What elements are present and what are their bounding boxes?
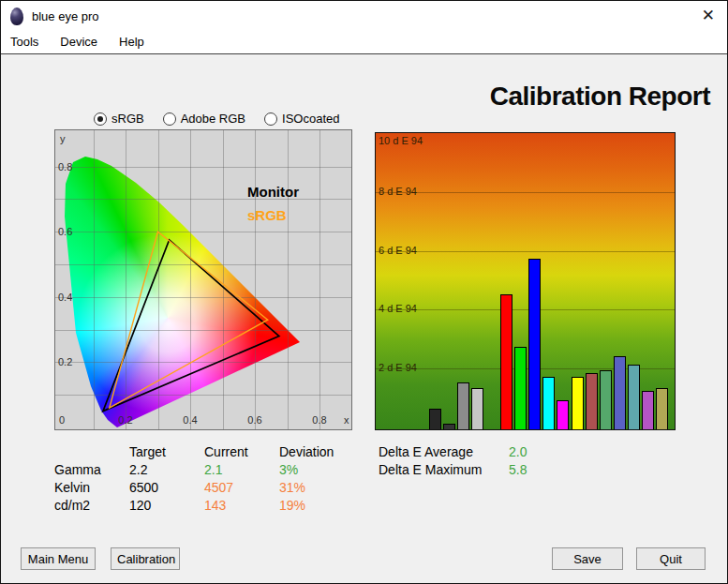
quit-button[interactable]: Quit bbox=[636, 547, 706, 570]
title-bar: blue eye pro ✕ bbox=[1, 1, 727, 32]
grid-line bbox=[376, 251, 675, 252]
bar-green bbox=[514, 347, 527, 429]
gamut-triangle-srgb bbox=[110, 232, 268, 408]
menu-item-tools[interactable]: Tools bbox=[10, 32, 38, 49]
bar-khaki bbox=[656, 388, 668, 429]
gamut-triangles bbox=[55, 130, 351, 429]
y-tick-label: 10 d E 94 bbox=[379, 135, 423, 146]
menu-bar: ToolsDeviceHelp bbox=[1, 32, 727, 54]
y-tick-label: 6 d E 94 bbox=[379, 245, 417, 256]
summary-value: 5.8 bbox=[509, 462, 565, 480]
summary-label: Delta E Average bbox=[379, 444, 509, 462]
menu-item-help[interactable]: Help bbox=[119, 32, 144, 49]
radio-label: ISOcoated bbox=[282, 112, 339, 126]
delta-e-summary: Delta E Average2.0Delta E Maximum5.8 bbox=[379, 444, 565, 480]
save-button[interactable]: Save bbox=[552, 547, 623, 570]
column-header: Current bbox=[204, 444, 279, 462]
calibration-button[interactable]: Calibration bbox=[111, 547, 180, 570]
radio-adobe-rgb[interactable]: Adobe RGB bbox=[163, 112, 245, 126]
app-icon bbox=[10, 7, 23, 25]
radio-isocoated[interactable]: ISOcoated bbox=[264, 112, 339, 126]
bar-sea-green bbox=[600, 370, 612, 429]
bar-red bbox=[500, 294, 513, 429]
target-value: 2.2 bbox=[129, 462, 204, 480]
radio-label: Adobe RGB bbox=[181, 112, 245, 126]
target-value: 6500 bbox=[129, 480, 204, 498]
deviation-value: 3% bbox=[279, 462, 364, 480]
bar-blue bbox=[528, 259, 541, 429]
gamut-triangle-monitor bbox=[103, 240, 279, 412]
column-header: Deviation bbox=[279, 444, 364, 462]
bar-gray bbox=[457, 382, 469, 429]
current-value: 2.1 bbox=[204, 462, 279, 480]
summary-label: Delta E Maximum bbox=[379, 462, 509, 480]
y-tick-label: 2 d E 94 bbox=[379, 362, 417, 373]
deviation-value: 19% bbox=[279, 498, 364, 516]
bar-dark-gray bbox=[429, 409, 441, 429]
main-menu-button[interactable]: Main Menu bbox=[21, 547, 96, 570]
column-header: Target bbox=[129, 444, 204, 462]
deviation-value: 31% bbox=[279, 480, 364, 498]
legend-monitor: Monitor bbox=[247, 184, 299, 200]
radio-circle-icon bbox=[264, 112, 277, 126]
cie-chromaticity-chart: 00.20.40.60.80.20.40.60.8yx Monitor sRGB bbox=[54, 129, 352, 430]
bar-light-gray bbox=[471, 388, 483, 429]
bar-brown bbox=[586, 373, 598, 429]
calibration-results-table: TargetCurrentDeviationGamma2.22.13%Kelvi… bbox=[54, 444, 364, 516]
gamut-radio-group: sRGBAdobe RGBISOcoated bbox=[94, 112, 339, 126]
legend-srgb: sRGB bbox=[247, 207, 287, 223]
delta-e-bar-chart: 10 d E 948 d E 946 d E 944 d E 942 d E 9… bbox=[375, 132, 676, 430]
target-value: 120 bbox=[129, 498, 204, 516]
bar-cyan bbox=[542, 377, 555, 430]
row-label: Kelvin bbox=[54, 480, 129, 498]
bar-teal bbox=[628, 365, 640, 429]
grid-line bbox=[376, 192, 675, 193]
radio-circle-icon bbox=[163, 112, 176, 126]
radio-circle-icon bbox=[94, 112, 107, 126]
y-tick-label: 4 d E 94 bbox=[379, 303, 417, 314]
bar-yellow bbox=[572, 377, 584, 430]
y-tick-label: 8 d E 94 bbox=[379, 186, 417, 197]
current-value: 143 bbox=[204, 498, 279, 516]
table-corner-cell bbox=[54, 444, 129, 462]
app-window: blue eye pro ✕ ToolsDeviceHelp Calibrati… bbox=[0, 0, 728, 584]
close-icon[interactable]: ✕ bbox=[702, 6, 715, 26]
bar-slate-blue bbox=[614, 356, 626, 430]
row-label: cd/m2 bbox=[54, 498, 129, 516]
radio-label: sRGB bbox=[111, 112, 144, 126]
row-label: Gamma bbox=[54, 462, 129, 480]
bar-darker-gray bbox=[443, 424, 455, 429]
menu-item-device[interactable]: Device bbox=[60, 32, 97, 49]
current-value: 4507 bbox=[204, 480, 279, 498]
summary-value: 2.0 bbox=[509, 444, 565, 462]
page-title: Calibration Report bbox=[459, 82, 710, 112]
grid-line bbox=[376, 309, 675, 310]
radio-srgb[interactable]: sRGB bbox=[94, 112, 144, 126]
bar-purple bbox=[642, 391, 654, 429]
bar-magenta bbox=[557, 400, 569, 429]
window-title: blue eye pro bbox=[32, 9, 99, 23]
